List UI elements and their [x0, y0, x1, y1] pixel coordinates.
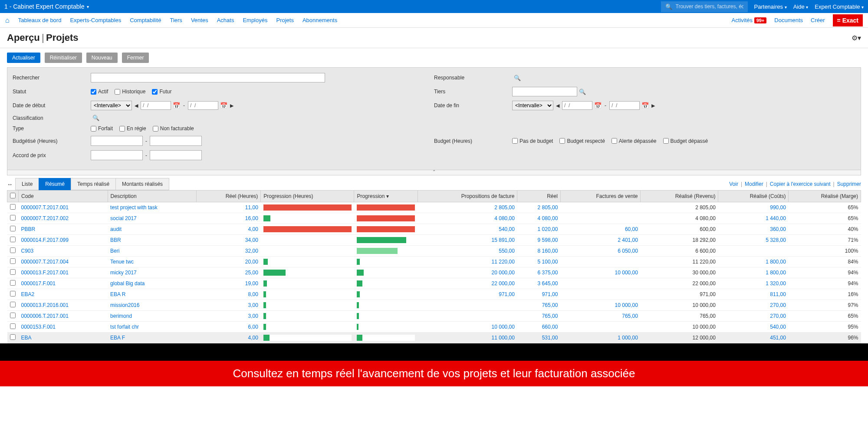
cell-costs[interactable]: 811,00: [770, 291, 786, 297]
cell-desc[interactable]: audit: [110, 226, 122, 232]
action-copy[interactable]: Copier à l'exercice suivant: [770, 181, 831, 187]
table-row[interactable]: 0000014.F.2017.099 BBR 34,00 15 891,00 9…: [7, 235, 861, 246]
cell-proposals[interactable]: 550,00: [499, 248, 515, 254]
cell-invoices[interactable]: 6 050,00: [618, 248, 638, 254]
cell-costs[interactable]: 1 800,00: [766, 259, 786, 265]
activities-link[interactable]: Activités 99+: [732, 17, 767, 23]
cell-real[interactable]: 765,00: [542, 313, 558, 319]
checkbox-active[interactable]: Actif: [91, 89, 108, 95]
documents-link[interactable]: Documents: [774, 17, 803, 23]
cell-hours[interactable]: 20,00: [245, 259, 258, 265]
cell-costs[interactable]: 990,00: [770, 204, 786, 211]
end-interval-select[interactable]: <Intervalle>: [512, 101, 553, 110]
cell-costs[interactable]: 270,00: [770, 313, 786, 319]
select-all-checkbox[interactable]: [10, 193, 16, 198]
cell-invoices[interactable]: 2 401,00: [618, 237, 638, 243]
cell-code[interactable]: 0000007.T.2017.004: [21, 259, 69, 265]
checkbox-nonfact[interactable]: Non facturable: [153, 125, 194, 132]
col-proposals[interactable]: Propositions de facture: [418, 191, 517, 202]
cell-desc[interactable]: test project with task: [110, 204, 158, 211]
cell-real[interactable]: 531,00: [542, 335, 558, 341]
nav-projects[interactable]: Projets: [276, 17, 293, 23]
col-prog-hours[interactable]: Progression (Heures): [261, 191, 354, 202]
calendar-icon[interactable]: 📅: [641, 102, 649, 109]
price-from[interactable]: [91, 150, 143, 160]
cell-costs[interactable]: 540,00: [770, 324, 786, 330]
action-edit[interactable]: Modifier: [745, 181, 763, 187]
nav-experts[interactable]: Experts-Comptables: [70, 17, 121, 23]
cell-invoices[interactable]: 10 000,00: [615, 270, 638, 276]
cell-desc[interactable]: mission2016: [110, 302, 139, 308]
cell-desc[interactable]: Tenue twc: [110, 259, 134, 265]
price-to[interactable]: [150, 150, 202, 160]
cell-code[interactable]: 0000017.F.001: [21, 280, 56, 287]
cell-real[interactable]: 5 100,00: [538, 259, 558, 265]
search-field[interactable]: [91, 73, 325, 82]
new-button[interactable]: Nouveau: [86, 53, 118, 63]
cell-costs[interactable]: 5 328,00: [766, 237, 786, 243]
collapse-toggle[interactable]: ⌃: [7, 170, 861, 175]
cell-real[interactable]: 9 598,00: [538, 237, 558, 243]
cell-hours[interactable]: 34,00: [245, 237, 258, 243]
cell-hours[interactable]: 4,00: [248, 335, 258, 341]
nav-purchases[interactable]: Achats: [217, 17, 234, 23]
nav-subscriptions[interactable]: Abonnements: [302, 17, 337, 23]
col-revenue[interactable]: Réalisé (Revenu): [641, 191, 718, 202]
table-row[interactable]: 0000013.F.2017.001 micky 2017 25,00 20 0…: [7, 267, 861, 278]
cell-real[interactable]: 971,00: [542, 291, 558, 297]
checkbox-alert[interactable]: Alerte dépassée: [612, 138, 657, 144]
cell-code[interactable]: C903: [21, 248, 34, 254]
next-icon[interactable]: ▶: [229, 103, 234, 109]
action-delete[interactable]: Supprimer: [837, 181, 861, 187]
col-code[interactable]: Code: [19, 191, 108, 202]
checkbox-regie[interactable]: En régie: [119, 125, 146, 132]
prev-icon[interactable]: ◀: [555, 103, 560, 109]
cell-costs[interactable]: 270,00: [770, 302, 786, 308]
cell-proposals[interactable]: 22 000,00: [492, 280, 515, 287]
cell-code[interactable]: 0000013.F.2017.001: [21, 270, 69, 276]
cell-proposals[interactable]: 971,00: [499, 291, 515, 297]
settings-icon[interactable]: ⚙▾: [852, 34, 861, 42]
end-date-to[interactable]: [609, 101, 640, 110]
cell-hours[interactable]: 4,00: [248, 226, 258, 232]
col-hours[interactable]: Réel (Heures): [196, 191, 260, 202]
calendar-icon[interactable]: 📅: [594, 102, 602, 109]
home-icon[interactable]: ⌂: [5, 16, 10, 24]
checkbox-forfait[interactable]: Forfait: [91, 125, 113, 132]
cell-proposals[interactable]: 15 891,00: [492, 237, 515, 243]
col-prog[interactable]: Progression ▾: [354, 191, 418, 202]
checkbox-over[interactable]: Budget dépassé: [663, 138, 708, 144]
start-date-to[interactable]: [188, 101, 218, 110]
cell-hours[interactable]: 19,00: [245, 280, 258, 287]
partners-menu[interactable]: Partenaires ▾: [754, 3, 787, 10]
cell-code[interactable]: EBA2: [21, 291, 35, 297]
cell-invoices[interactable]: 765,00: [622, 313, 638, 319]
tab-summary[interactable]: Résumé: [39, 178, 71, 190]
table-row[interactable]: 0000153.F.001 tst forfait chr 6,00 10 00…: [7, 322, 861, 333]
table-row[interactable]: PBBR audit 4,00 540,00 1 020,00 60,00 60…: [7, 224, 861, 235]
cell-desc[interactable]: EBA R: [110, 291, 125, 297]
next-icon[interactable]: ▶: [651, 103, 656, 109]
end-date-from[interactable]: [562, 101, 592, 110]
start-interval-select[interactable]: <Intervalle>: [91, 101, 132, 110]
checkbox-nobudget[interactable]: Pas de budget: [512, 138, 553, 144]
action-view[interactable]: Voir: [729, 181, 738, 187]
table-row[interactable]: 0000007.T.2017.001 test project with tas…: [7, 202, 861, 213]
cell-code[interactable]: 0000014.F.2017.099: [21, 237, 69, 243]
nav-sales[interactable]: Ventes: [191, 17, 208, 23]
cell-costs[interactable]: 1 320,00: [766, 280, 786, 287]
table-row[interactable]: 0000007.T.2017.004 Tenue twc 20,00 11 22…: [7, 257, 861, 267]
cell-invoices[interactable]: 1 000,00: [618, 335, 638, 341]
cell-desc[interactable]: EBA F: [110, 335, 125, 341]
row-checkbox[interactable]: [10, 204, 16, 210]
start-date-from[interactable]: [141, 101, 171, 110]
create-link[interactable]: Créer: [811, 17, 825, 23]
cell-desc[interactable]: berimond: [110, 313, 132, 319]
row-checkbox[interactable]: [10, 215, 16, 221]
nav-employees[interactable]: Employés: [243, 17, 267, 23]
cell-costs[interactable]: 1 440,00: [766, 215, 786, 221]
cell-real[interactable]: 2 805,00: [538, 204, 558, 211]
tab-amounts[interactable]: Montants réalisés: [115, 178, 169, 190]
row-checkbox[interactable]: [10, 269, 16, 275]
nav-dashboards[interactable]: Tableaux de bord: [18, 17, 62, 23]
